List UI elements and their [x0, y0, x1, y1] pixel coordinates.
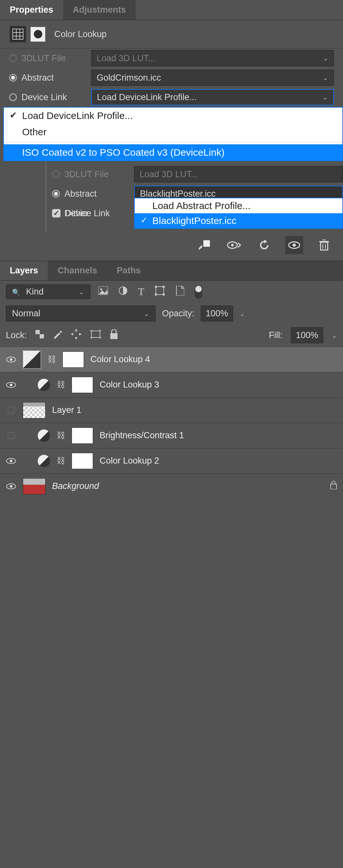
eye-icon[interactable]: [6, 381, 16, 389]
layer-name[interactable]: Layer 1: [52, 405, 81, 415]
filter-smartobject-icon[interactable]: [175, 286, 184, 298]
menu-item-load-abstract[interactable]: Load Abstract Profile...: [135, 198, 342, 213]
layer-row[interactable]: Background: [0, 473, 343, 499]
layer-row[interactable]: Layer 1: [0, 397, 343, 423]
svg-rect-5: [203, 240, 210, 247]
adjustment-thumb-icon: [38, 429, 50, 442]
eye-icon[interactable]: [6, 483, 16, 490]
chevron-down-icon: ⌄: [322, 93, 328, 101]
layer-name[interactable]: Color Lookup 2: [99, 456, 159, 466]
lock-pixels-icon[interactable]: [52, 329, 62, 341]
dropdown-abstract-2-value: BlacklightPoster.icc: [140, 189, 216, 199]
mask-thumb[interactable]: [72, 453, 93, 469]
link-icon[interactable]: ⛓: [57, 380, 65, 390]
radio-abstract-2[interactable]: [52, 190, 60, 198]
dropdown-abstract[interactable]: GoldCrimson.icc ⌄: [91, 69, 334, 86]
view-previous-icon[interactable]: [225, 236, 244, 254]
dropdown-3dlut[interactable]: Load 3D LUT... ⌄: [91, 50, 334, 66]
tab-paths[interactable]: Paths: [107, 261, 151, 280]
layer-name[interactable]: Background: [52, 481, 99, 491]
layer-row[interactable]: ⛓ Brightness/Contrast 1: [0, 423, 343, 448]
filter-shape-icon[interactable]: [155, 286, 165, 298]
mask-thumb[interactable]: [62, 351, 84, 368]
svg-rect-18: [156, 287, 164, 294]
layer-row[interactable]: ⛓ Color Lookup 4: [0, 346, 343, 372]
chevron-down-icon: ⌄: [323, 54, 328, 62]
tab-properties[interactable]: Properties: [0, 0, 63, 20]
chevron-down-icon[interactable]: ⌄: [239, 310, 245, 318]
label-devicelink: Device Link: [22, 92, 87, 102]
layer-filter-kind[interactable]: Kind ⌄: [6, 284, 90, 299]
chevron-down-icon: ⌄: [79, 288, 84, 296]
radio-devicelink[interactable]: [9, 93, 17, 101]
tab-channels[interactable]: Channels: [48, 261, 107, 280]
radio-abstract[interactable]: [9, 74, 17, 82]
radio-3dlut[interactable]: [9, 54, 17, 62]
svg-rect-20: [163, 286, 165, 288]
label-3dlut-2: 3DLUT File: [64, 169, 130, 180]
filter-pixel-icon[interactable]: [98, 286, 108, 297]
menu-item-other[interactable]: Other: [4, 124, 342, 140]
svg-point-39: [10, 485, 12, 488]
opacity-field[interactable]: 100%: [201, 306, 233, 321]
fill-field[interactable]: 100%: [291, 328, 323, 343]
chevron-down-icon[interactable]: ⌄: [332, 332, 337, 339]
svg-rect-19: [155, 286, 157, 288]
adjustment-thumb-icon: [23, 350, 41, 369]
dropdown-abstract-value: GoldCrimson.icc: [97, 73, 161, 83]
clip-to-layer-icon[interactable]: [195, 236, 213, 254]
dropdown-devicelink[interactable]: Load DeviceLink Profile... ⌄: [91, 89, 334, 105]
link-icon[interactable]: ⛓: [48, 354, 56, 365]
chevron-down-icon: ⌄: [144, 310, 149, 318]
layer-name[interactable]: Color Lookup 4: [90, 354, 150, 365]
mask-thumb[interactable]: [72, 377, 93, 393]
lock-all-icon[interactable]: [110, 329, 118, 341]
link-icon[interactable]: ⛓: [57, 430, 65, 440]
lock-position-icon[interactable]: [70, 329, 82, 342]
layer-name[interactable]: Brightness/Contrast 1: [99, 430, 184, 440]
search-icon: [12, 287, 22, 297]
devicelink-menu: Load DeviceLink Profile... Other ISO Coa…: [3, 107, 343, 161]
adjustment-title-bar: Color Lookup: [0, 20, 343, 48]
layer-row[interactable]: ⛓ Color Lookup 3: [0, 372, 343, 397]
mask-thumb[interactable]: [72, 428, 93, 444]
svg-point-33: [10, 358, 12, 361]
fill-label: Fill:: [269, 330, 283, 340]
trash-icon[interactable]: [315, 236, 333, 254]
filter-type-icon[interactable]: T: [138, 286, 144, 298]
tab-adjustments[interactable]: Adjustments: [63, 0, 136, 20]
menu-item-load-devicelink[interactable]: Load DeviceLink Profile...: [4, 107, 342, 124]
reset-icon[interactable]: [255, 236, 274, 254]
lock-transparency-icon[interactable]: [35, 330, 44, 341]
dropdown-3dlut-2[interactable]: Load 3D LUT...: [134, 166, 343, 182]
lock-icon[interactable]: [330, 481, 337, 492]
radio-3dlut-2[interactable]: [52, 170, 60, 178]
layer-row[interactable]: ⛓ Color Lookup 2: [0, 448, 343, 473]
eye-icon[interactable]: [6, 356, 16, 363]
layer-name[interactable]: Color Lookup 3: [99, 380, 159, 390]
layer-thumb: [23, 478, 46, 494]
secondary-lookup-group: 3DLUT File Load 3D LUT... Abstract Black…: [46, 161, 343, 233]
filter-adjustment-icon[interactable]: [118, 286, 127, 298]
lock-artboard-icon[interactable]: [90, 330, 101, 341]
link-icon[interactable]: ⛓: [57, 456, 65, 466]
lut-grid-icon: [10, 26, 26, 42]
visibility-off-icon[interactable]: [8, 407, 14, 413]
eye-icon[interactable]: [6, 457, 16, 465]
svg-rect-21: [155, 293, 157, 296]
menu-item-iso-coated[interactable]: ISO Coated v2 to PSO Coated v3 (DeviceLi…: [4, 144, 342, 161]
blend-mode-dropdown[interactable]: Normal ⌄: [6, 306, 155, 321]
layer-filter-kind-label: Kind: [26, 287, 44, 297]
visibility-off-icon[interactable]: [8, 432, 14, 439]
adjustment-title: Color Lookup: [54, 29, 107, 39]
checkbox-dither[interactable]: [52, 209, 60, 217]
layers-panel: Layers Channels Paths Kind ⌄ T Normal ⌄ …: [0, 261, 343, 499]
visibility-icon[interactable]: [285, 236, 303, 254]
lock-label: Lock:: [6, 330, 27, 340]
svg-rect-26: [91, 331, 100, 337]
svg-rect-22: [163, 293, 165, 296]
menu-item-blacklight[interactable]: BlacklightPoster.icc: [135, 213, 342, 228]
svg-point-7: [231, 244, 234, 246]
tab-layers[interactable]: Layers: [0, 261, 48, 280]
filter-toggle[interactable]: [195, 285, 202, 299]
